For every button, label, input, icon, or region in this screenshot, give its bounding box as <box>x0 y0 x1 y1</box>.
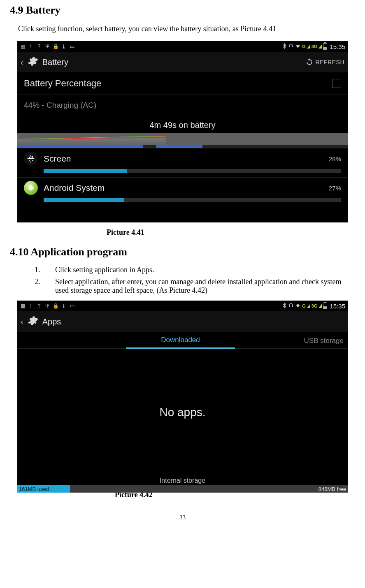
battery-status-text: 44% - Charging (AC) <box>24 101 96 110</box>
chat-icon: ▭ <box>69 303 75 309</box>
status-g-label: G <box>302 44 306 49</box>
usage-android-bar <box>44 198 341 202</box>
list-item-2: 2. Select application, after enter, you … <box>35 278 355 295</box>
settings-gear-icon[interactable] <box>27 56 38 69</box>
battery-graph-area <box>17 133 348 145</box>
refresh-button[interactable]: REFRESH <box>305 58 344 66</box>
battery-status-row: 44% - Charging (AC) <box>17 95 348 116</box>
usage-android-name: Android System <box>44 183 323 193</box>
battery-percentage-row[interactable]: Battery Percentage <box>17 72 348 95</box>
apps-tabs: Downloaded USB storage <box>17 332 348 349</box>
back-icon[interactable]: ‹ <box>21 58 23 67</box>
list-num-2: 2. <box>35 278 55 295</box>
status-g-label: G <box>302 303 306 308</box>
status-3g-label: 3G <box>312 44 318 49</box>
bluetooth-icon <box>283 303 287 310</box>
screenshot-apps: ▦ ! ? Ψ 🔒 ⭳ ▭ G 3G 15:35 ‹ <box>17 301 348 485</box>
refresh-icon <box>305 58 314 66</box>
lock-icon: 🔒 <box>53 44 58 49</box>
status-bar: ▦ ! ? Ψ 🔒 ⭳ ▭ G 3G 15:35 <box>17 301 348 311</box>
usb-icon: Ψ <box>44 303 50 309</box>
battery-percentage-checkbox[interactable] <box>332 79 341 88</box>
storage-free-text: 846MB free <box>319 486 348 492</box>
chat-icon: ▭ <box>69 44 75 49</box>
tab-downloaded[interactable]: Downloaded <box>126 336 235 349</box>
battery-icon <box>323 303 327 309</box>
section-intro-battery: Click setting function, select battery, … <box>18 24 355 34</box>
page-number: 33 <box>10 514 355 523</box>
bluetooth-icon <box>283 43 287 50</box>
caption-441: Picture 4.41 <box>10 228 355 237</box>
list-item-1: 1. Click setting application in Apps. <box>35 266 355 274</box>
battery-graph[interactable]: 4m 49s on battery <box>17 116 348 148</box>
tab-spacer-left <box>17 345 126 348</box>
signal-icon <box>319 44 322 49</box>
usb-icon: Ψ <box>44 44 50 49</box>
section-heading-battery: 4.9 Battery <box>10 4 355 16</box>
usage-row-android[interactable]: Android System 27% <box>17 177 348 197</box>
list-text-2: Select application, after enter, you can… <box>55 278 355 295</box>
usage-row-screen[interactable]: Screen 28% <box>17 148 348 167</box>
battery-graph-label: 4m 49s on battery <box>17 117 348 132</box>
headphones-icon <box>288 303 294 310</box>
status-bar-left: ▦ ! ? Ψ 🔒 ⭳ ▭ <box>20 303 75 309</box>
signal-icon <box>307 44 310 49</box>
action-bar-title: Battery <box>42 58 68 67</box>
list-num-1: 1. <box>35 266 55 274</box>
status-bar-right: G 3G 15:35 <box>283 43 345 50</box>
battery-icon <box>323 43 327 50</box>
no-apps-message: No apps. <box>17 349 348 476</box>
refresh-label: REFRESH <box>316 59 344 65</box>
notif-icon: ! <box>28 303 34 309</box>
brightness-icon <box>24 152 38 166</box>
download-icon: ⭳ <box>61 303 67 309</box>
action-bar-title: Apps <box>42 317 61 326</box>
storage-used-text: 161MB used <box>17 486 49 492</box>
storage-label: Internal storage <box>17 476 348 485</box>
android-icon <box>24 181 38 195</box>
list-text-1: Click setting application in Apps. <box>55 266 355 274</box>
battery-graph-timeline <box>17 145 348 148</box>
screenshot-battery: ▦ ! ? Ψ 🔒 ⭳ ▭ G 3G 15:35 <box>17 41 348 222</box>
notif-icon: ▦ <box>20 44 26 49</box>
status-bar-left: ▦ ! ? Ψ 🔒 ⭳ ▭ <box>20 44 75 49</box>
status-bar-right: G 3G 15:35 <box>283 303 345 310</box>
usage-screen-bar <box>44 169 341 173</box>
status-time: 15:35 <box>330 43 345 50</box>
notif-icon: ▦ <box>20 303 26 309</box>
battery-percentage-label: Battery Percentage <box>24 78 101 89</box>
back-icon[interactable]: ‹ <box>21 317 23 326</box>
status-3g-label: 3G <box>312 303 318 308</box>
usage-screen-name: Screen <box>44 154 323 164</box>
signal-icon <box>307 304 310 308</box>
status-bar: ▦ ! ? Ψ 🔒 ⭳ ▭ G 3G 15:35 <box>17 41 348 52</box>
usage-android-pct: 27% <box>329 185 341 192</box>
headphones-icon <box>288 43 294 50</box>
notif-icon: ? <box>36 303 42 309</box>
status-time: 15:35 <box>330 303 345 310</box>
usage-screen-pct: 28% <box>329 155 341 162</box>
wifi-icon <box>295 303 301 310</box>
storage-bar: 161MB used 846MB free <box>17 485 348 493</box>
lock-icon: 🔒 <box>53 303 58 309</box>
download-icon: ⭳ <box>61 44 67 49</box>
section-heading-apps: 4.10 Application program <box>10 246 355 258</box>
notif-icon: ? <box>36 44 42 49</box>
action-bar: ‹ Apps <box>17 311 348 332</box>
notif-icon: ! <box>28 44 34 49</box>
settings-gear-icon[interactable] <box>27 315 38 328</box>
tab-usb-storage[interactable]: USB storage <box>235 337 348 348</box>
wifi-icon <box>295 43 301 50</box>
action-bar: ‹ Battery REFRESH <box>17 52 348 72</box>
signal-icon <box>319 304 322 308</box>
